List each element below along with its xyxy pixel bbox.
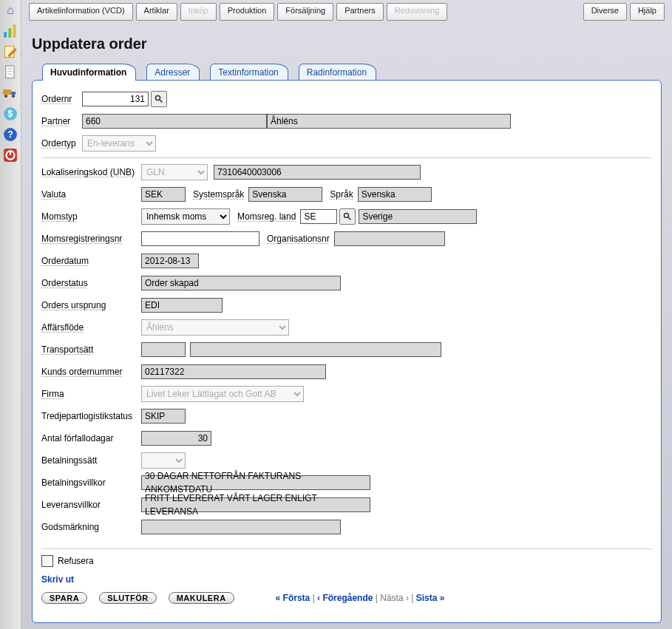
label-ordertyp: Ordertyp — [41, 138, 82, 149]
svg-text:$: $ — [8, 109, 13, 119]
label-betalsatt: Betalningssätt — [41, 455, 141, 466]
field-tpl: SKIP — [141, 409, 186, 424]
tab-huvudinformation[interactable]: Huvudinformation — [42, 64, 136, 81]
label-valuta: Valuta — [41, 189, 141, 200]
button-spara[interactable]: SPARA — [41, 592, 87, 604]
power-icon[interactable] — [3, 148, 18, 163]
chart-icon[interactable] — [3, 24, 18, 38]
select-affarsflode: Åhléns — [141, 319, 289, 336]
field-partner-code[interactable]: 660 — [82, 114, 267, 129]
field-transportsatt-name — [190, 342, 441, 357]
truck-icon[interactable] — [3, 86, 18, 101]
label-lokal: Lokaliseringskod (UNB) — [41, 167, 141, 177]
footer-separator — [41, 548, 652, 549]
search-ordernr-button[interactable] — [151, 91, 167, 107]
pager-sep3: | — [411, 593, 413, 603]
button-makulera[interactable]: MAKULERA — [169, 592, 234, 604]
svg-text:?: ? — [7, 129, 13, 140]
page-title: Uppdatera order — [32, 35, 662, 52]
label-momstyp: Momstyp — [41, 211, 141, 222]
label-momsregnr: Momsregistreringsnr — [41, 234, 141, 244]
field-lokal-code[interactable]: 7310640003006 — [214, 165, 421, 180]
nav-artiklar[interactable]: Artiklar — [136, 3, 177, 21]
pager-last[interactable]: Sista » — [416, 593, 445, 603]
pager: « Första | ‹ Föregående | Nästa › | Sist… — [276, 593, 445, 603]
pager-first[interactable]: « Första — [276, 593, 310, 603]
checkbox-refusera[interactable] — [41, 555, 53, 567]
label-firma: Firma — [41, 389, 141, 399]
field-levvillkor[interactable]: FRITT LEVERERAT VÅRT LAGER ENLIGT LEVERA… — [141, 497, 370, 512]
field-orderdatum[interactable]: 2012-08-13 — [141, 254, 199, 268]
select-firma: Livet Leker Lättlagat och Gott AB — [141, 386, 304, 402]
tab-row: Huvudinformation Adresser Textinformatio… — [32, 63, 662, 80]
field-orderstatus: Order skapad — [141, 276, 341, 290]
nav-produktion[interactable]: Produktion — [220, 3, 275, 21]
label-partner: Partner — [41, 116, 82, 126]
svg-point-10 — [4, 95, 7, 98]
magnifier-icon — [343, 212, 352, 221]
field-valuta[interactable]: SEK — [141, 187, 186, 202]
label-systemsprak: Systemspråk — [193, 189, 244, 200]
svg-point-21 — [345, 214, 349, 218]
magnifier-icon — [155, 95, 163, 103]
tab-radinformation[interactable]: Radinformation — [299, 64, 376, 81]
field-kundsordernr[interactable]: 02117322 — [141, 364, 326, 379]
note-edit-icon[interactable] — [3, 44, 18, 59]
label-orderstatus: Orderstatus — [41, 278, 141, 288]
field-ordersursprung: EDI — [141, 298, 223, 313]
field-systemsprak[interactable]: Svenska — [248, 187, 322, 202]
nav-diverse[interactable]: Diverse — [583, 3, 627, 21]
svg-rect-8 — [3, 89, 11, 95]
field-godsmark[interactable] — [141, 520, 341, 534]
nav-artikelinfo[interactable]: Artikelinformation (VCD) — [29, 3, 133, 21]
nav-partners[interactable]: Partners — [336, 3, 384, 21]
field-orgnr[interactable] — [334, 231, 445, 246]
tab-textinformation[interactable]: Textinformation — [210, 64, 288, 81]
field-betalvillkor[interactable]: 30 DAGAR NETTOFRÅN FAKTURANS ANKOMSTDATU — [141, 475, 370, 490]
top-nav: Artikelinformation (VCD) Artiklar Inköp … — [21, 0, 672, 25]
field-momsregland-name: Sverige — [359, 209, 477, 224]
label-kundsordernr: Kunds ordernummer — [41, 367, 141, 377]
nav-redovisning: Redovisning — [387, 3, 448, 21]
app-root: ⌂ $ ? Artikelinformation (VCD) Artiklar … — [0, 0, 672, 629]
document-icon[interactable] — [3, 65, 18, 80]
pager-prev[interactable]: ‹ Föregående — [317, 593, 373, 603]
label-sprak: Språk — [330, 189, 353, 200]
form-footer: Refusera Skriv ut SPARA SLUTFÖR MAKULERA… — [41, 541, 652, 604]
field-ordernr[interactable]: 131 — [82, 92, 149, 106]
field-momsregnr[interactable] — [141, 231, 259, 246]
select-betalsatt — [141, 452, 186, 469]
button-slutfor[interactable]: SLUTFÖR — [99, 592, 156, 604]
form-panel: Ordernr 131 Partner 660 Åhléns Ordertyp … — [32, 80, 662, 623]
label-orderdatum: Orderdatum — [41, 256, 141, 266]
svg-point-19 — [156, 96, 160, 101]
field-antalforfall[interactable]: 30 — [141, 431, 211, 446]
svg-line-22 — [348, 217, 351, 220]
label-godsmark: Godsmärkning — [41, 522, 141, 532]
label-transportsatt: Transportsätt — [41, 344, 141, 355]
nav-inkop: Inköp — [180, 3, 217, 21]
svg-rect-1 — [9, 28, 12, 38]
svg-rect-9 — [11, 92, 16, 95]
field-partner-name: Åhléns — [267, 114, 511, 129]
field-transportsatt-code[interactable] — [141, 342, 186, 357]
label-ordernr: Ordernr — [41, 94, 82, 104]
select-momstyp[interactable]: Inhemsk moms — [141, 208, 230, 225]
tab-adresser[interactable]: Adresser — [146, 64, 200, 81]
pager-sep2: | — [376, 593, 378, 603]
search-country-button[interactable] — [339, 208, 356, 225]
link-skrivut[interactable]: Skriv ut — [41, 574, 652, 585]
svg-rect-0 — [4, 32, 7, 38]
field-sprak[interactable]: Svenska — [358, 187, 432, 202]
content: Uppdatera order Huvudinformation Adresse… — [21, 25, 672, 629]
nav-hjalp[interactable]: Hjälp — [630, 3, 665, 21]
help-icon[interactable]: ? — [3, 127, 18, 142]
pager-next: Nästa › — [380, 593, 409, 603]
select-lokal-type: GLN — [141, 164, 208, 180]
money-icon[interactable]: $ — [3, 106, 18, 121]
field-momsregland[interactable]: SE — [300, 209, 337, 224]
label-levvillkor: Leveransvillkor — [41, 500, 141, 510]
nav-forsaljning[interactable]: Försäljning — [277, 3, 333, 21]
home-icon[interactable]: ⌂ — [3, 3, 18, 18]
label-momsregland: Momsreg. land — [237, 211, 296, 222]
